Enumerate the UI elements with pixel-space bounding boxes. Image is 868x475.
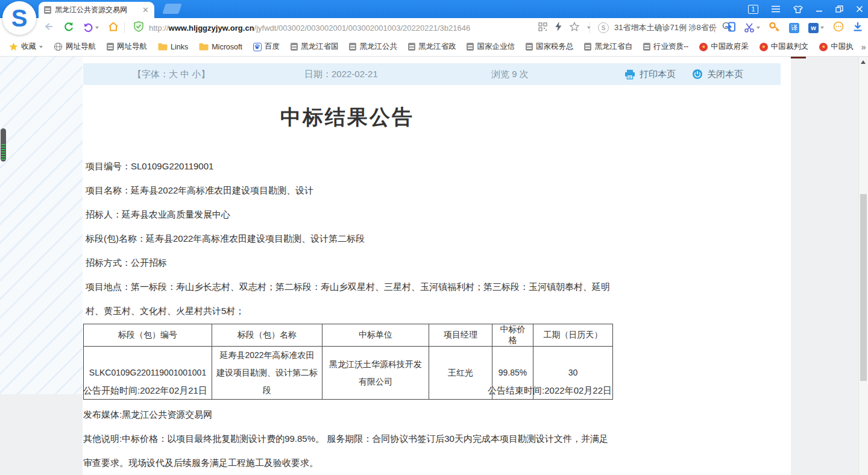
sogou-browser-logo[interactable]: S bbox=[2, 1, 36, 35]
doc-icon bbox=[526, 43, 533, 51]
globe-icon bbox=[54, 42, 63, 51]
table-header-row: 标段（包）编号 标段（包）名称 中标单位 项目经理 中标价格 工期（日历天） bbox=[84, 324, 613, 347]
window-controls: 1 bbox=[748, 0, 863, 18]
col-header: 标段（包）名称 bbox=[212, 324, 322, 347]
restore-icon[interactable] bbox=[835, 5, 843, 13]
bookmark-item[interactable]: 黑龙江省政 bbox=[405, 42, 459, 52]
word-export-icon[interactable]: w bbox=[808, 23, 824, 33]
search-input[interactable]: 31省增本土确诊71例 涉8省份 bbox=[614, 22, 717, 33]
paragraph: 项目编号：SL0109G220119001 bbox=[86, 154, 694, 178]
address-bar[interactable]: http://www.hljggzyjyw.org.cn/jyfwdt/0030… bbox=[134, 18, 470, 37]
doc-icon bbox=[467, 43, 474, 51]
more-tools-icon[interactable] bbox=[833, 21, 844, 34]
translate-icon[interactable]: 译 bbox=[789, 23, 799, 33]
start-time: 公告开始时间:2022年02月21日 bbox=[83, 379, 207, 403]
bookmark-item[interactable]: ★中国执 bbox=[816, 42, 857, 52]
doc-icon bbox=[107, 43, 114, 51]
paragraph: 招标人：延寿县农业高质量发展中心 bbox=[86, 203, 694, 227]
refresh-icon[interactable] bbox=[63, 22, 74, 34]
new-tab-button[interactable] bbox=[162, 4, 182, 14]
tab-close-icon[interactable]: ✕ bbox=[142, 6, 149, 14]
col-header: 工期（日历天） bbox=[533, 324, 613, 347]
bookmark-item[interactable]: 国家企业信 bbox=[464, 42, 518, 52]
bookmark-item[interactable]: 黑龙江省自 bbox=[581, 42, 635, 52]
publish-media: 发布媒体:黑龙江公共资源交易网 bbox=[83, 403, 212, 427]
bookmark-item[interactable]: 黑龙江公共 bbox=[346, 42, 400, 52]
undo-close-icon[interactable] bbox=[83, 23, 99, 33]
col-header: 项目经理 bbox=[429, 324, 492, 347]
browser-tab-bar: 黑龙江公共资源交易网 ✕ 1 bbox=[0, 0, 868, 18]
paragraph: 项目名称：延寿县2022年高标准农田建设项目勘测、设计 bbox=[86, 178, 694, 203]
minimize-icon[interactable] bbox=[816, 5, 823, 13]
search-box[interactable]: S 31省增本土确诊71例 涉8省份 bbox=[598, 18, 732, 37]
qr-code-icon[interactable] bbox=[538, 22, 547, 34]
doc-icon bbox=[643, 43, 650, 51]
back-icon[interactable] bbox=[43, 22, 54, 34]
side-panel-handle[interactable] bbox=[1, 128, 6, 162]
browser-toolbar: http://www.hljggzyjyw.org.cn/jyfwdt/0030… bbox=[0, 18, 868, 37]
emblem-icon: ★ bbox=[760, 43, 768, 51]
power-icon bbox=[692, 69, 703, 80]
bookmarks-bar: 收藏 网址导航 网址导航 Links Microsoft 百度 黑龙江省国 黑龙… bbox=[0, 37, 868, 57]
page-favicon-icon bbox=[44, 6, 51, 14]
bookmark-folder[interactable]: Microsoft bbox=[196, 43, 245, 51]
bookmark-item[interactable]: 网址导航 bbox=[51, 42, 99, 52]
bookmark-item[interactable]: ★中国政府采 bbox=[696, 42, 752, 52]
star-icon bbox=[9, 42, 18, 51]
bookmark-item[interactable]: ★中国裁判文 bbox=[756, 42, 812, 52]
bookmark-item[interactable]: 百度 bbox=[250, 42, 283, 52]
search-engine-icon: S bbox=[598, 22, 609, 33]
font-size-controls[interactable]: 【字体：大 中 小】 bbox=[133, 63, 210, 85]
home-icon[interactable] bbox=[108, 22, 119, 34]
baidu-paw-icon bbox=[253, 43, 262, 51]
lightning-icon[interactable] bbox=[555, 22, 562, 34]
scrollbar-thumb[interactable] bbox=[860, 194, 867, 381]
doc-icon bbox=[584, 43, 591, 51]
article-body: 项目编号：SL0109G220119001 项目名称：延寿县2022年高标准农田… bbox=[86, 154, 694, 323]
end-time: 公告结束时间:2022年02月22日 bbox=[488, 379, 612, 403]
close-window-icon[interactable] bbox=[856, 5, 863, 13]
article-date: 日期：2022-02-21 bbox=[304, 63, 378, 85]
bookmark-item[interactable]: 黑龙江省国 bbox=[288, 42, 342, 52]
menu-icon[interactable] bbox=[771, 5, 781, 13]
doc-icon bbox=[349, 43, 356, 51]
page-background-pattern bbox=[0, 57, 83, 394]
paragraph: 招标方式：公开招标 bbox=[86, 251, 694, 275]
skin-theme-icon[interactable] bbox=[793, 5, 803, 13]
browser-tab[interactable]: 黑龙江公共资源交易网 ✕ bbox=[39, 2, 154, 18]
scrollbar[interactable] bbox=[858, 57, 868, 475]
print-page-button[interactable]: 打印本页 bbox=[624, 63, 676, 85]
bookmark-favorites[interactable]: 收藏 bbox=[6, 42, 46, 52]
page-viewport: 【字体：大 中 小】 日期：2022-02-21 浏览 9 次 打印本页 关闭本… bbox=[0, 57, 868, 475]
screenshot-scissors-icon[interactable] bbox=[744, 23, 760, 33]
favorite-star-icon[interactable] bbox=[570, 22, 579, 34]
col-header: 标段（包）编号 bbox=[84, 324, 212, 347]
close-page-button[interactable]: 关闭本页 bbox=[692, 63, 743, 85]
paragraph: 项目地点：第一标段：寿山乡长志村、双志村；第二标段：寿山乡双星村、三星村、玉河镇… bbox=[86, 275, 614, 323]
col-header: 中标价格 bbox=[492, 324, 533, 347]
bookmark-folder[interactable]: Links bbox=[155, 43, 191, 51]
article-title: 中标结果公告 bbox=[83, 104, 612, 131]
printer-icon bbox=[624, 69, 635, 80]
download-icon[interactable] bbox=[853, 22, 863, 34]
doc-icon bbox=[291, 43, 298, 51]
bookmark-item[interactable]: 行业资质-- bbox=[640, 42, 691, 52]
bookmark-item[interactable]: 国家税务总 bbox=[523, 42, 577, 52]
bookmark-item[interactable]: 网址导航 bbox=[104, 42, 150, 52]
announcement-page: 【字体：大 中 小】 日期：2022-02-21 浏览 9 次 打印本页 关闭本… bbox=[83, 57, 791, 475]
paragraph: 标段(包)名称：延寿县2022年高标准农田建设项目勘测、设计第二标段 bbox=[86, 227, 694, 251]
security-shield-icon[interactable] bbox=[134, 21, 143, 34]
announcement-times: 公告开始时间:2022年02月21日 公告结束时间:2022年02月22日 bbox=[83, 379, 612, 403]
download-count-badge[interactable]: 1 bbox=[748, 5, 758, 14]
article-meta-bar: 【字体：大 中 小】 日期：2022-02-21 浏览 9 次 打印本页 关闭本… bbox=[83, 63, 781, 85]
password-key-icon[interactable] bbox=[769, 22, 780, 34]
login-sync-icon[interactable] bbox=[725, 22, 735, 34]
address-dropdown-icon[interactable] bbox=[587, 27, 591, 29]
emblem-icon: ★ bbox=[819, 43, 828, 51]
scroll-up-icon[interactable] bbox=[861, 60, 866, 64]
col-header: 中标单位 bbox=[322, 324, 429, 347]
bookmarks-overflow-chevron-icon[interactable]: » bbox=[861, 42, 868, 52]
emblem-icon: ★ bbox=[699, 43, 708, 51]
folder-icon bbox=[199, 43, 209, 51]
url-text[interactable]: http://www.hljggzyjyw.org.cn/jyfwdt/0030… bbox=[149, 24, 470, 33]
